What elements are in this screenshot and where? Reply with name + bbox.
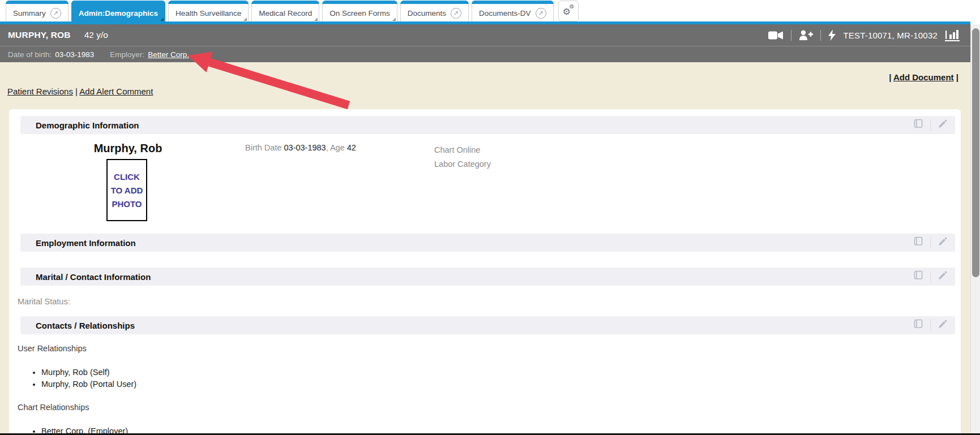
audit-log-icon[interactable] — [913, 236, 923, 249]
list-item: Murphy, Rob (Portal User) — [41, 378, 961, 390]
content-area: | Add Document | Patient Revisions | Add… — [0, 62, 970, 435]
patient-chart-ids: TEST-10071, MR-10032 — [843, 31, 938, 40]
birth-date-value: 03-03-1983 — [284, 143, 326, 152]
patient-header-bar: MURPHY, ROB 42 y/o TEST-10071, MR-10032 — [0, 24, 970, 46]
add-person-icon[interactable] — [799, 30, 813, 40]
section-header-marital-contact-information[interactable]: Marital / Contact Information — [20, 268, 955, 286]
divider — [930, 271, 931, 282]
gear-icon: ⚙ — [570, 3, 575, 10]
tab-documents[interactable]: Documents ↗ — [400, 1, 469, 21]
patient-revisions-link[interactable]: Patient Revisions — [7, 87, 73, 96]
pipe: | — [889, 72, 891, 82]
employer-link[interactable]: Better Corp. — [148, 50, 189, 59]
edit-pencil-icon[interactable] — [938, 320, 947, 331]
section-title: Employment Information — [36, 238, 913, 248]
section-title: Contacts / Relationships — [36, 321, 913, 330]
tab-label: Health Surveillance — [176, 9, 241, 18]
edit-pencil-icon[interactable] — [938, 271, 947, 283]
demographic-content: Murphy, Rob CLICK TO ADD PHOTO Birth Dat… — [9, 134, 961, 222]
user-relationships-list: Murphy, Rob (Self) Murphy, Rob (Portal U… — [9, 367, 961, 390]
add-photo-placeholder[interactable]: CLICK TO ADD PHOTO — [106, 159, 147, 221]
demographics-panel: Demographic Information Murphy, Rob CLIC… — [9, 109, 961, 435]
audit-log-icon[interactable] — [913, 119, 923, 131]
section-title: Demographic Information — [36, 120, 913, 130]
patient-display-name: Murphy, Rob — [77, 142, 179, 155]
divider — [930, 237, 931, 248]
labor-category-label: Labor Category — [434, 157, 491, 171]
marital-status-label: Marital Status: — [9, 297, 961, 306]
external-link-glyph: ↗ — [53, 10, 58, 16]
add-document-link[interactable]: Add Document — [893, 72, 954, 82]
section-header-employment-information[interactable]: Employment Information — [20, 234, 955, 252]
photo-placeholder-text: PHOTO — [112, 199, 142, 209]
add-document-row: | Add Document | — [889, 72, 958, 82]
divider — [930, 119, 931, 131]
add-alert-comment-link[interactable]: Add Alert Comment — [79, 87, 153, 96]
tab-label: Summary — [13, 9, 46, 18]
external-link-glyph: ↗ — [538, 10, 543, 16]
tab-label: Documents-DV — [479, 9, 531, 18]
tab-health-surveillance[interactable]: Health Surveillance — [168, 1, 249, 21]
chart-relationships-heading: Chart Relationships — [9, 403, 961, 412]
chart-meta-column: Chart Online Labor Category — [434, 143, 491, 171]
photo-placeholder-text: CLICK — [114, 172, 140, 182]
birth-date-label: Birth Date — [245, 143, 281, 152]
lightning-bolt-icon[interactable] — [828, 29, 836, 41]
bar-chart-icon[interactable] — [945, 29, 960, 41]
dob-value: 03-03-1983 — [55, 50, 94, 59]
external-link-icon[interactable]: ↗ — [50, 8, 61, 19]
age-label: , Age — [326, 143, 345, 152]
tab-documents-dv[interactable]: Documents-DV ↗ — [472, 1, 554, 21]
tab-on-screen-forms[interactable]: On Screen Forms — [322, 1, 397, 21]
dob-label: Date of birth: — [8, 50, 52, 59]
employer-label: Employer: — [110, 50, 144, 59]
divider — [930, 320, 931, 331]
tab-label: Medical Record — [259, 9, 312, 18]
edit-pencil-icon[interactable] — [938, 119, 947, 131]
external-link-glyph: ↗ — [453, 10, 459, 16]
divider — [791, 30, 791, 41]
age-value: 42 — [347, 143, 356, 152]
section-header-demographic-information[interactable]: Demographic Information — [20, 116, 955, 134]
patient-age: 42 y/o — [84, 30, 108, 40]
section-title: Marital / Contact Information — [36, 272, 913, 282]
scrollbar-thumb[interactable] — [972, 28, 979, 277]
user-relationships-heading: User Relationships — [9, 344, 961, 353]
settings-gear-button[interactable]: ⚙ ⚙ — [558, 1, 579, 21]
tab-medical-record[interactable]: Medical Record — [251, 1, 319, 21]
video-camera-icon[interactable] — [768, 31, 784, 40]
list-item: Murphy, Rob (Self) — [41, 367, 961, 378]
photo-placeholder-text: TO ADD — [111, 186, 143, 195]
pipe: | — [75, 87, 78, 96]
pipe: | — [956, 72, 958, 82]
patient-name: MURPHY, ROB — [8, 30, 71, 40]
patient-actions-row: Patient Revisions | Add Alert Comment — [7, 87, 153, 96]
edit-pencil-icon[interactable] — [938, 237, 947, 249]
external-link-icon[interactable]: ↗ — [451, 8, 461, 19]
tab-summary[interactable]: Summary ↗ — [6, 1, 69, 21]
tab-admin-demographics[interactable]: Admin:Demographics — [71, 1, 165, 21]
tab-bar: Summary ↗ Admin:Demographics Health Surv… — [0, 0, 970, 21]
divider — [820, 30, 821, 41]
external-link-icon[interactable]: ↗ — [536, 8, 546, 19]
audit-log-icon[interactable] — [913, 270, 923, 283]
section-header-contacts-relationships[interactable]: Contacts / Relationships — [20, 316, 955, 334]
tab-label: On Screen Forms — [329, 9, 390, 18]
vertical-scrollbar[interactable] — [970, 24, 980, 435]
audit-log-icon[interactable] — [913, 319, 923, 331]
patient-subheader-bar: Date of birth: 03-03-1983 Employer: Bett… — [0, 46, 970, 62]
birth-date-line: Birth Date 03-03-1983, Age 42 — [245, 143, 356, 152]
chart-online-label: Chart Online — [434, 143, 491, 157]
tab-label: Documents — [408, 9, 446, 18]
tab-label: Admin:Demographics — [79, 9, 158, 18]
